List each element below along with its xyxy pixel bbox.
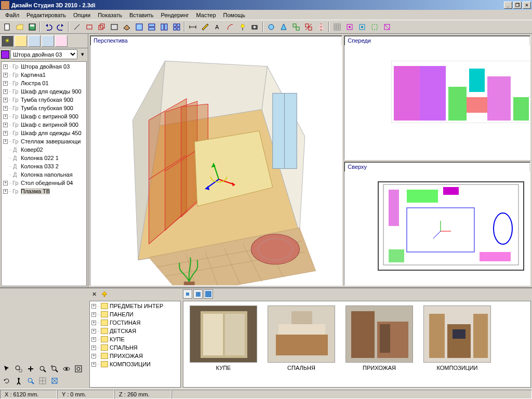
expand-icon[interactable]: + (3, 106, 8, 111)
catalog-item[interactable]: +··КУПЕ (90, 335, 180, 343)
expand-icon[interactable]: + (3, 64, 8, 69)
expand-icon[interactable]: + (3, 189, 8, 194)
expand-icon[interactable]: + (91, 321, 96, 325)
catalog-up[interactable] (100, 289, 109, 299)
nav-orbit[interactable] (61, 363, 72, 375)
tree-item[interactable]: +··ГрКартина1 (2, 71, 86, 79)
viewport-split-h[interactable] (145, 21, 157, 33)
snap2-button[interactable] (356, 21, 368, 33)
nav-reset[interactable] (49, 375, 60, 387)
catalog-close[interactable]: ✕ (89, 289, 99, 299)
nav-zoom-region[interactable] (13, 363, 24, 375)
catalog-item[interactable]: +··ГОСТИНАЯ (90, 318, 180, 327)
scene-tab-2[interactable] (15, 35, 27, 47)
tree-item[interactable]: +··ГрШкаф с витриной 900 (2, 121, 86, 129)
viewport-single[interactable] (133, 21, 145, 33)
expand-icon[interactable]: + (3, 81, 8, 86)
object-select[interactable]: Штора двойная 03 (10, 49, 77, 59)
thumbnail[interactable]: СПАЛЬНЯ (268, 305, 335, 371)
expand-icon[interactable]: + (91, 345, 96, 350)
menu-rendering[interactable]: Рендеринг (158, 11, 192, 19)
tree-item[interactable]: ··ДКолонка 022 1 (2, 154, 86, 162)
viewport-front[interactable]: Спереди (344, 35, 530, 160)
save-button[interactable] (26, 21, 38, 33)
scene-tab-1[interactable]: ☀ (1, 35, 14, 47)
menu-options[interactable]: Опции (70, 11, 94, 19)
dimension-tool[interactable] (187, 21, 198, 33)
expand-icon[interactable]: + (3, 131, 8, 136)
minimize-button[interactable]: _ (504, 2, 512, 9)
tree-item[interactable]: ··ДКолонка напольная (2, 170, 86, 179)
nav-zoom[interactable] (37, 363, 48, 375)
expand-icon[interactable]: + (3, 123, 8, 127)
rect-tool[interactable] (83, 21, 95, 33)
thumb-size-small[interactable] (183, 289, 192, 299)
menu-master[interactable]: Мастер (193, 11, 219, 19)
light-tool[interactable] (236, 21, 248, 33)
snap4-button[interactable] (381, 21, 393, 33)
expand-icon[interactable]: + (91, 329, 96, 334)
expand-icon[interactable]: + (91, 337, 96, 342)
ungroup-tool[interactable] (302, 21, 314, 33)
scene-tab-4[interactable] (42, 35, 54, 47)
snap3-button[interactable] (368, 21, 380, 33)
thumb-size-med[interactable] (193, 289, 203, 299)
catalog-item[interactable]: +··ДЕТСКАЯ (90, 327, 180, 335)
tree-item[interactable]: +··ГрТумба глубокая 900 (2, 104, 86, 112)
render-button[interactable] (265, 21, 277, 33)
expand-icon[interactable]: + (91, 354, 96, 358)
thumbnail[interactable]: КУПЕ (190, 305, 257, 371)
tree-item[interactable]: ··ДКовер02 (2, 145, 86, 154)
catalog-item[interactable]: +··ПРЕДМЕТЫ ИНТЕР (90, 302, 180, 310)
tree-item[interactable]: +··ГрШкаф для одежды 450 (2, 129, 86, 137)
text-tool[interactable]: A (211, 21, 223, 33)
menu-show[interactable]: Показать (95, 11, 125, 19)
viewport-perspective[interactable]: Перспектива (90, 35, 342, 286)
tree-item[interactable]: +··ГрШкаф с витриной 900 (2, 112, 86, 121)
expand-icon[interactable]: + (91, 304, 96, 309)
catalog-item[interactable]: +··КОМПОЗИЦИИ (90, 360, 180, 368)
color-swatch[interactable] (1, 50, 9, 59)
box-tool[interactable] (96, 21, 108, 33)
thumbnail-row[interactable]: КУПЕСПАЛЬНЯПРИХОЖАЯКОМПОЗИЦИИ (183, 301, 531, 388)
viewport-quad[interactable] (170, 21, 182, 33)
tree-item[interactable]: +··ГрПлазма ТВ (2, 187, 86, 195)
floor-tool[interactable] (121, 21, 132, 33)
tree-item[interactable]: +··ГрШкаф для одежды 900 (2, 87, 86, 96)
scene-tree[interactable]: +··ГрШтора двойная 03+··ГрКартина1+··ГрЛ… (1, 61, 87, 286)
menu-file[interactable]: Файл (2, 11, 22, 19)
align-tool[interactable] (315, 21, 327, 33)
thumbnail[interactable]: КОМПОЗИЦИИ (423, 305, 491, 371)
close-button[interactable]: × (523, 2, 531, 9)
nav-pan[interactable] (25, 363, 36, 375)
expand-icon[interactable]: + (3, 73, 8, 77)
grid-button[interactable] (331, 21, 343, 33)
cone-tool[interactable] (277, 21, 289, 33)
nav-zoom-fit[interactable] (73, 363, 84, 375)
tree-item[interactable]: +··ГрТумба глубокая 900 (2, 96, 86, 104)
thumbnail[interactable]: ПРИХОЖАЯ (345, 305, 413, 371)
camera-tool[interactable] (249, 21, 261, 33)
catalog-item[interactable]: +··СПАЛЬНЯ (90, 343, 180, 352)
scene-tab-3[interactable] (28, 35, 41, 47)
arc-tool[interactable] (224, 21, 236, 33)
menu-insert[interactable]: Вставить (126, 11, 157, 19)
group-tool[interactable] (290, 21, 302, 33)
menu-help[interactable]: Помощь (220, 11, 249, 19)
catalog-item[interactable]: +··ПАНЕЛИ (90, 310, 180, 318)
scene-tab-5[interactable] (55, 35, 68, 47)
dropdown-action[interactable]: ▾ (78, 50, 87, 59)
tree-item[interactable]: ··ДКолонка 033 2 (2, 162, 86, 170)
tree-item[interactable]: +··ГрЛюстра 01 (2, 79, 86, 87)
snap1-button[interactable] (343, 21, 355, 33)
expand-icon[interactable]: + (91, 312, 96, 317)
thumb-size-large[interactable] (204, 289, 213, 299)
expand-icon[interactable]: + (3, 139, 8, 144)
nav-select[interactable] (1, 363, 12, 375)
expand-icon[interactable]: + (91, 362, 96, 367)
nav-grid-snap[interactable] (37, 375, 48, 387)
nav-rotate[interactable] (1, 375, 12, 387)
open-button[interactable] (14, 21, 25, 33)
viewport-top[interactable]: Сверху (344, 162, 530, 286)
nav-zoom-extents[interactable] (49, 363, 60, 375)
